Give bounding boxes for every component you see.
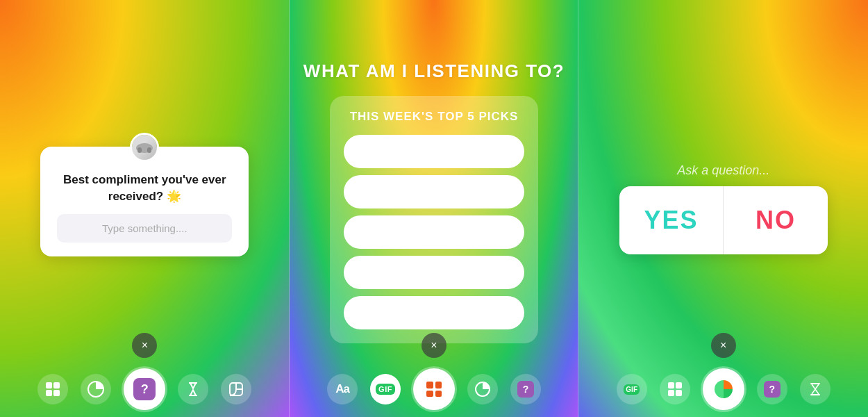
question-card: Best compliment you've ever received? 🌟 … <box>40 147 249 257</box>
close-button[interactable]: × <box>132 333 157 358</box>
panel2-title: WHAT AM I LISTENING TO? <box>303 60 565 82</box>
toolbar-panel3: GIF ? <box>578 361 868 417</box>
quiz-tool-active[interactable]: ? <box>124 368 165 410</box>
question-text: Best compliment you've ever received? 🌟 <box>57 172 232 205</box>
hourglass-tool[interactable] <box>178 374 208 404</box>
panel-question: Best compliment you've ever received? 🌟 … <box>0 0 290 417</box>
yes-no-card: YES NO <box>619 186 828 254</box>
toolbar-panel1: ? <box>0 361 290 417</box>
yes-button[interactable]: YES <box>619 186 724 254</box>
no-button[interactable]: NO <box>724 186 828 254</box>
panel-yesno: Ask a question... YES NO × GIF <box>578 0 868 417</box>
pie-tool[interactable] <box>81 374 111 404</box>
poll-option-3[interactable] <box>344 215 524 249</box>
panel-poll: WHAT AM I LISTENING TO? THIS WEEK'S TOP … <box>290 0 579 417</box>
gif-tool[interactable]: GIF <box>370 374 401 404</box>
close-button-panel2[interactable]: × <box>422 333 446 358</box>
svg-rect-9 <box>810 394 820 395</box>
grid-tool-active[interactable] <box>413 368 455 410</box>
type-input[interactable]: Type something.... <box>57 214 232 243</box>
poll-title: THIS WEEK'S TOP 5 PICKS <box>344 110 524 124</box>
pie-tool-2[interactable] <box>467 374 498 404</box>
toolbar-panel2: Aa GIF ? <box>290 361 579 417</box>
poll-option-1[interactable] <box>344 135 524 168</box>
quiz-tool-3[interactable]: ? <box>757 374 787 404</box>
sticker-tool[interactable] <box>221 374 251 404</box>
grid-tool-3[interactable] <box>660 374 690 404</box>
pie-tool-active[interactable] <box>703 368 744 410</box>
svg-rect-2 <box>147 147 151 153</box>
poll-option-4[interactable] <box>344 256 524 289</box>
quiz-tool-2[interactable]: ? <box>510 374 541 404</box>
poll-container: THIS WEEK'S TOP 5 PICKS <box>330 96 538 343</box>
poll-option-5[interactable] <box>344 296 524 329</box>
avatar <box>130 133 159 162</box>
svg-rect-8 <box>810 383 820 384</box>
hourglass-tool-3[interactable] <box>800 374 831 404</box>
grid-tool[interactable] <box>37 374 68 404</box>
ask-label: Ask a question... <box>677 163 769 178</box>
svg-rect-1 <box>137 147 142 153</box>
text-tool[interactable]: Aa <box>327 374 358 404</box>
gif-tool-3[interactable]: GIF <box>617 374 647 404</box>
close-button-panel3[interactable]: × <box>711 333 736 358</box>
poll-option-2[interactable] <box>344 175 524 208</box>
